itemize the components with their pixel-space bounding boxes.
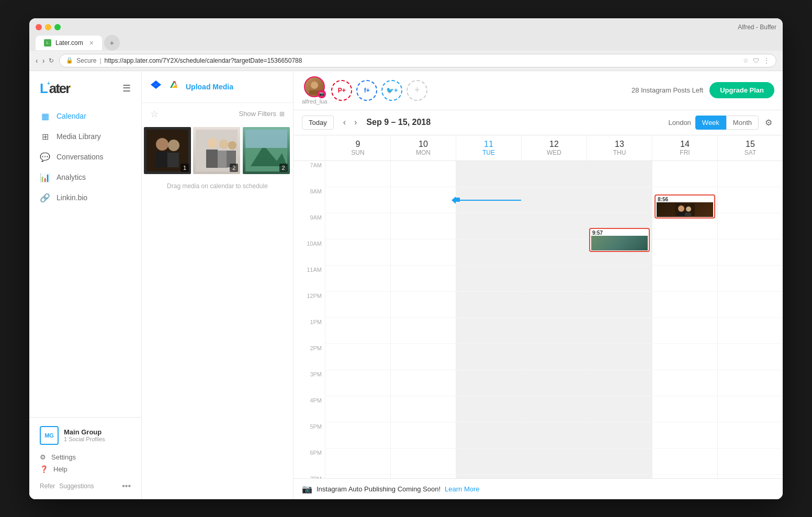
show-filters-button[interactable]: Show Filters ⊞ [239,110,285,118]
cell-sun-11am[interactable] [325,266,390,292]
event-fri-856[interactable]: 8:56 [655,194,715,219]
cell-sun-10am[interactable] [325,239,390,266]
time-2pm: 2PM [294,344,325,370]
profile-avatars: 📷 alfred_lua P+ f+ [302,76,427,105]
logo: L+ater• [40,81,70,97]
cell-sun-12pm[interactable] [325,292,390,318]
cell-sun-9am[interactable] [325,213,390,239]
day-num-14: 14 [655,140,715,149]
linkin-icon: 🔗 [40,193,50,203]
group-badge[interactable]: MG Main Group 1 Social Profiles [40,426,131,445]
tab-title: Later.com [55,39,83,47]
calendar-settings-icon[interactable]: ⚙ [763,116,774,130]
mg-badge-icon: MG [40,426,59,445]
group-name: Main Group [64,428,105,436]
refer-link[interactable]: Refer [40,482,55,490]
instagram-badge: 📷 [318,90,326,98]
menu-icon[interactable]: ⋮ [763,57,770,64]
day-col-sat[interactable] [717,161,783,478]
traffic-light-close[interactable] [36,24,42,30]
cell-sun-2pm[interactable] [325,344,390,370]
traffic-light-fullscreen[interactable] [54,24,61,30]
traffic-light-minimize[interactable] [45,24,51,30]
svg-rect-11 [167,153,179,167]
top-bar: 📷 alfred_lua P+ f+ [294,71,783,110]
day-header-thu: 13 THU [587,135,652,160]
nav-item-media-library[interactable]: ⊞ Media Library [29,127,141,147]
hamburger-menu[interactable]: ☰ [122,83,131,94]
svg-rect-26 [678,212,685,216]
media-thumb-2[interactable]: 2 [193,127,240,174]
media-thumb-1[interactable]: 1 [144,127,191,174]
new-tab-button[interactable]: + [104,35,120,51]
tab-close-icon[interactable]: × [89,39,94,47]
svg-rect-21 [245,130,287,148]
nav-item-linkin-bio[interactable]: 🔗 Linkin.bio [29,188,141,208]
calendar-main: 📷 alfred_lua P+ f+ [294,71,783,499]
day-header-wed: 12 WED [521,135,587,160]
more-options-icon[interactable]: ••• [122,481,131,491]
url-bar[interactable]: https://app.later.com/7Y2X/schedule/cale… [105,57,740,64]
calendar-body: 7AM 8AM 9AM 10AM 11AM 12PM 1PM 2PM 3PM 4… [294,161,783,478]
cell-sun-6pm[interactable] [325,449,390,475]
active-tab[interactable]: L Later.com × [36,36,102,50]
cell-sun-3pm[interactable] [325,370,390,396]
pinterest-add-button[interactable]: P+ [331,80,352,101]
prev-button[interactable]: ‹ [340,117,349,128]
today-button[interactable]: Today [302,116,334,130]
nav-label-linkin: Linkin.bio [57,193,87,202]
svg-point-25 [678,205,684,212]
nav-item-conversations[interactable]: 💬 Conversations [29,147,141,167]
settings-link[interactable]: ⚙ Settings [40,453,131,461]
banner-icon: 📷 [302,484,312,494]
forward-button[interactable]: › [42,56,45,65]
facebook-add-button[interactable]: f+ [356,80,377,101]
suggestions-link[interactable]: Suggestions [59,482,94,490]
show-filters-label: Show Filters [239,110,276,118]
day-col-tue[interactable] [456,161,521,478]
nav-label-calendar: Calendar [57,112,86,120]
instagram-profile[interactable]: 📷 [304,76,325,97]
bookmark-icon[interactable]: ☆ [743,57,749,64]
add-profile-button[interactable]: + [407,80,427,101]
reload-button[interactable]: ↻ [49,57,54,64]
back-button[interactable]: ‹ [36,56,38,65]
week-view-button[interactable]: Week [695,116,726,130]
time-5pm: 5PM [294,422,325,449]
day-col-wed[interactable] [521,161,587,478]
media-thumb-3[interactable]: 2 [243,127,290,174]
cell-sun-7am[interactable] [325,161,390,187]
cell-sun-1pm[interactable] [325,318,390,344]
shield-icon: 🛡 [753,57,759,64]
upload-media-button[interactable]: Upload Media [186,83,233,91]
posts-left-label: 28 Instagram Posts Left [631,86,703,94]
day-col-thu[interactable]: 9:57 [587,161,652,478]
twitter-add-button[interactable]: 🐦+ [381,80,402,101]
upgrade-plan-button[interactable]: Upgrade Plan [709,82,774,98]
day-num-15: 15 [720,140,781,149]
cell-sun-7pm[interactable] [325,475,390,478]
time-7pm: 7PM [294,475,325,478]
drag-hint: Drag media on calendar to schedule [142,176,293,196]
day-col-mon[interactable] [390,161,456,478]
time-column: 7AM 8AM 9AM 10AM 11AM 12PM 1PM 2PM 3PM 4… [294,161,325,478]
svg-point-15 [219,140,229,149]
nav-item-analytics[interactable]: 📊 Analytics [29,167,141,188]
star-button[interactable]: ☆ [150,108,159,120]
cell-sun-4pm[interactable] [325,396,390,422]
learn-more-link[interactable]: Learn More [445,485,479,493]
month-view-button[interactable]: Month [726,116,759,130]
help-link[interactable]: ❓ Help [40,465,131,473]
cell-sun-5pm[interactable] [325,422,390,449]
nav-label-conversations: Conversations [57,153,104,161]
nav-item-calendar[interactable]: ▦ Calendar [29,106,141,127]
cell-sun-8am[interactable] [325,187,390,213]
next-button[interactable]: › [351,117,360,128]
day-col-fri[interactable]: 8:56 [652,161,717,478]
event-thu-957[interactable]: 9:57 [589,228,650,252]
timezone-label: London [668,119,691,127]
nav-label-media: Media Library [57,132,101,141]
day-col-sun[interactable] [325,161,390,478]
dropbox-icon[interactable] [150,79,162,94]
google-drive-icon[interactable] [168,79,179,94]
